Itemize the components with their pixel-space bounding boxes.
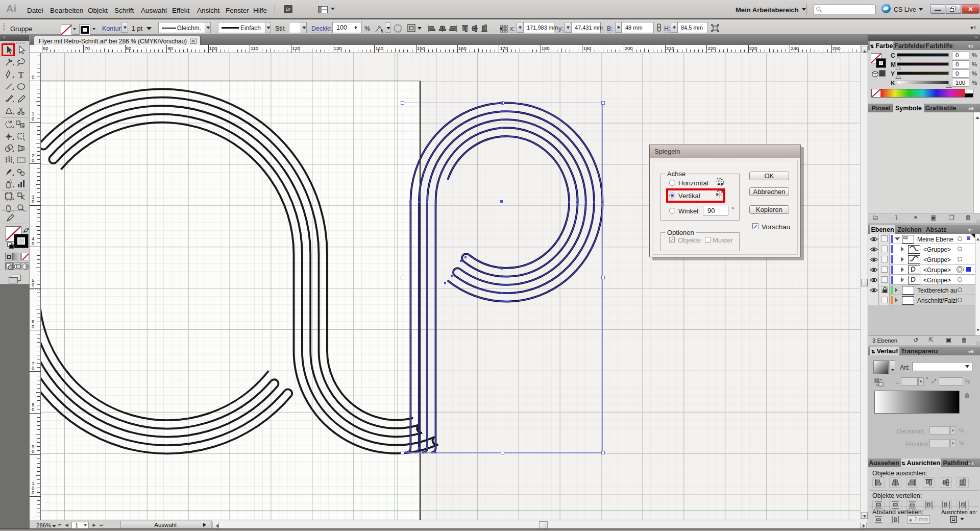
svg-text:T: T (18, 70, 24, 79)
